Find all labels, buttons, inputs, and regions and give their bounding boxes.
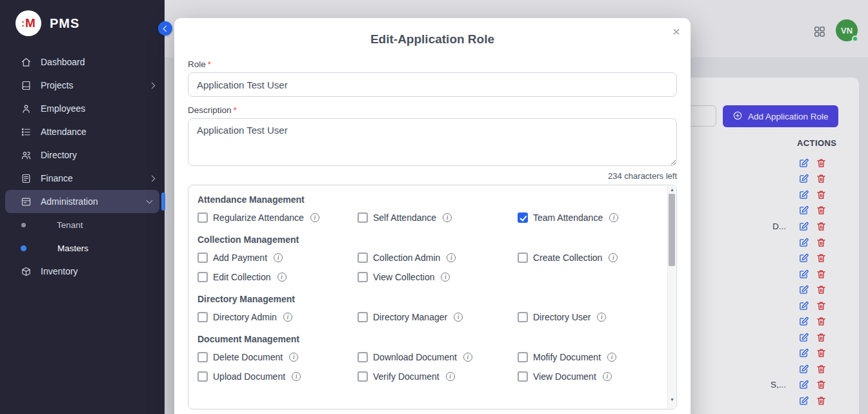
online-status-dot — [852, 36, 858, 42]
checkbox-mofify-document[interactable] — [518, 352, 528, 362]
info-icon[interactable]: i — [310, 213, 319, 222]
edit-icon[interactable] — [798, 347, 809, 358]
sidebar-item-inventory[interactable]: Inventory — [0, 260, 165, 283]
delete-icon[interactable] — [816, 237, 827, 248]
info-icon[interactable]: i — [289, 353, 298, 362]
permission-label: Self Attendance — [373, 212, 436, 223]
info-icon[interactable]: i — [597, 313, 606, 322]
delete-icon[interactable] — [816, 189, 827, 200]
delete-icon[interactable] — [816, 221, 827, 232]
info-icon[interactable]: i — [283, 313, 292, 322]
checkbox-view-document[interactable] — [518, 371, 528, 382]
sidebar-item-projects[interactable]: Projects — [0, 74, 165, 97]
edit-icon[interactable] — [798, 253, 809, 264]
checkbox-directory-admin[interactable] — [197, 312, 208, 322]
attendance-icon — [21, 127, 32, 138]
permission-item: Verify Documenti — [358, 371, 518, 382]
checkbox-add-payment[interactable] — [197, 253, 208, 263]
edit-icon[interactable] — [798, 316, 809, 327]
info-icon[interactable]: i — [274, 253, 283, 262]
info-icon[interactable]: i — [609, 213, 618, 222]
sidebar-collapse-button[interactable] — [158, 21, 172, 36]
sidebar-subitem-tenant[interactable]: Tenant — [0, 213, 165, 236]
edit-icon[interactable] — [798, 300, 809, 311]
checkbox-directory-user[interactable] — [518, 312, 528, 322]
edit-icon[interactable] — [798, 332, 809, 343]
info-icon[interactable]: i — [292, 372, 301, 381]
checkbox-create-collection[interactable] — [518, 253, 528, 263]
checkbox-download-document[interactable] — [358, 352, 368, 362]
sidebar-item-administration[interactable]: Administration — [5, 190, 159, 213]
checkbox-verify-document[interactable] — [358, 371, 368, 382]
checkbox-edit-collection[interactable] — [197, 272, 208, 282]
close-icon[interactable]: × — [672, 25, 680, 38]
edit-icon[interactable] — [798, 395, 809, 406]
info-icon[interactable]: i — [447, 253, 456, 262]
checkbox-delete-document[interactable] — [197, 352, 208, 362]
sidebar-item-attendance[interactable]: Attendance — [0, 120, 165, 143]
add-application-role-button[interactable]: Add Application Role — [723, 105, 838, 127]
role-input[interactable] — [188, 72, 677, 97]
permission-item: Team Attendancei — [518, 212, 654, 223]
info-icon[interactable]: i — [603, 372, 612, 381]
edit-icon[interactable] — [798, 158, 809, 169]
permission-grid: Regularize AttendanceiSelf AttendanceiTe… — [197, 212, 654, 223]
delete-icon[interactable] — [816, 347, 827, 358]
add-role-label: Add Application Role — [748, 112, 829, 121]
scrollbar[interactable]: ▲ ▼ — [667, 186, 676, 408]
delete-icon[interactable] — [816, 173, 827, 184]
description-textarea[interactable]: Application Test User — [188, 118, 677, 166]
delete-icon[interactable] — [816, 364, 827, 375]
checkbox-self-attendance[interactable] — [358, 212, 368, 223]
permission-item: Directory Manageri — [358, 312, 518, 322]
sidebar-item-directory[interactable]: Directory — [0, 143, 165, 167]
info-icon[interactable]: i — [278, 273, 287, 282]
delete-icon[interactable] — [816, 158, 827, 169]
avatar[interactable]: VN — [836, 19, 858, 41]
delete-icon[interactable] — [816, 395, 827, 406]
delete-icon[interactable] — [816, 316, 827, 327]
edit-icon[interactable] — [798, 189, 809, 200]
sidebar-subitem-masters[interactable]: Masters — [0, 236, 165, 260]
edit-icon[interactable] — [798, 237, 809, 248]
delete-icon[interactable] — [816, 332, 827, 343]
sidebar-item-finance[interactable]: Finance — [0, 167, 165, 190]
sidebar-item-label: Finance — [41, 173, 73, 183]
permission-grid: Delete DocumentiDownload DocumentiMofify… — [197, 352, 654, 382]
checkbox-regularize-attendance[interactable] — [197, 212, 208, 223]
delete-icon[interactable] — [816, 205, 827, 216]
checkbox-directory-manager[interactable] — [358, 312, 368, 322]
info-icon[interactable]: i — [607, 353, 616, 362]
info-icon[interactable]: i — [443, 213, 452, 222]
delete-icon[interactable] — [816, 269, 827, 280]
info-icon[interactable]: i — [446, 372, 455, 381]
checkbox-upload-document[interactable] — [197, 371, 208, 382]
info-icon[interactable]: i — [609, 253, 618, 262]
edit-icon[interactable] — [798, 364, 809, 375]
edit-icon[interactable] — [798, 205, 809, 216]
delete-icon[interactable] — [816, 284, 827, 295]
checkbox-collection-admin[interactable] — [358, 253, 368, 263]
info-icon[interactable]: i — [441, 273, 450, 282]
permission-label: Download Document — [373, 352, 457, 362]
apps-grid-icon[interactable] — [813, 25, 826, 38]
scrollbar-down-icon[interactable]: ▼ — [668, 397, 676, 402]
info-icon[interactable]: i — [463, 353, 472, 362]
edit-icon[interactable] — [798, 284, 809, 295]
delete-icon[interactable] — [816, 379, 827, 390]
edit-icon[interactable] — [798, 221, 809, 232]
edit-icon[interactable] — [798, 173, 809, 184]
permission-item: Create Collectioni — [518, 253, 654, 263]
delete-icon[interactable] — [816, 300, 827, 311]
checkbox-team-attendance[interactable] — [518, 212, 528, 223]
scrollbar-up-icon[interactable]: ▲ — [668, 187, 676, 192]
info-icon[interactable]: i — [454, 313, 463, 322]
sidebar-item-employees[interactable]: Employees — [0, 97, 165, 120]
edit-icon[interactable] — [798, 379, 809, 390]
edit-icon[interactable] — [798, 269, 809, 280]
sidebar-item-dashboard[interactable]: Dashboard — [0, 50, 165, 74]
characters-left: 234 characters left — [188, 171, 677, 181]
checkbox-view-collection[interactable] — [358, 272, 368, 282]
delete-icon[interactable] — [816, 253, 827, 264]
scrollbar-thumb[interactable] — [669, 194, 675, 266]
